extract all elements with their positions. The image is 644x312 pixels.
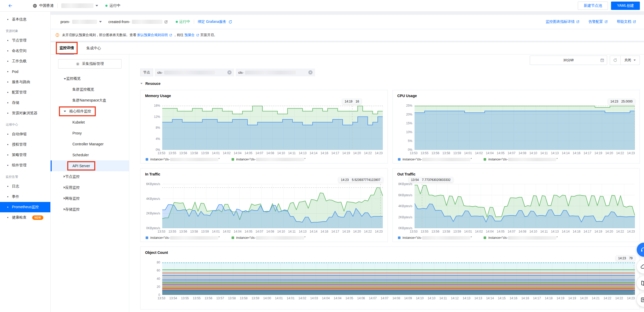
menu-group-网络监控[interactable]: 网络监控	[51, 193, 129, 204]
x-axis-label: 14:19	[568, 296, 576, 300]
y-axis-label: 16%	[145, 104, 160, 107]
legend-item[interactable]: instance="cls-"	[398, 158, 472, 161]
sidebar-item-资源对象浏览器[interactable]: 资源对象浏览器	[0, 108, 50, 118]
sidebar-item-日志[interactable]: 日志	[0, 181, 50, 192]
node-tag[interactable]: cls- ✕	[236, 69, 315, 76]
sidebar-item-组件管理[interactable]: 组件管理	[0, 160, 50, 171]
legend-item[interactable]: instance="cls-"	[146, 158, 220, 161]
x-axis-label: 13:53	[158, 296, 165, 300]
menu-group-节点监控[interactable]: 节点监控	[51, 171, 129, 182]
menu-item-Proxy[interactable]: Proxy	[51, 128, 129, 139]
legend-item[interactable]: instance="cls-"	[484, 236, 558, 240]
legend-item[interactable]: instance="cls-"	[146, 236, 220, 240]
preagg-page-link[interactable]: 预聚合	[185, 33, 199, 37]
notice-text-middle: ，前往	[173, 33, 184, 37]
metric-detail-link[interactable]: 监控图表指标详情	[546, 19, 580, 24]
x-axis-label: 14:00	[263, 296, 271, 300]
legend-item[interactable]: instance="cls-"	[232, 158, 306, 161]
sidebar-item-命名空间[interactable]: 命名空间	[0, 46, 50, 56]
yaml-create-button[interactable]: YAML创建	[611, 2, 640, 10]
sidebar-item-节点管理[interactable]: 节点管理	[0, 35, 50, 46]
y-axis-label: 6KBytes/s	[397, 193, 412, 197]
x-axis-label: 14:02	[475, 151, 483, 155]
tab-integration-center[interactable]: 集成中心	[86, 42, 101, 54]
remove-tag-icon[interactable]: ✕	[308, 70, 313, 74]
sidebar-item-pod[interactable]: Pod	[0, 66, 50, 77]
node-tag[interactable]: cls- ✕	[155, 69, 234, 76]
x-axis-label: 14:01	[275, 296, 283, 300]
collect-metric-manage-button[interactable]: 采集指标管理	[58, 59, 121, 69]
x-axis-label: 14:13	[463, 296, 470, 300]
x-axis-label: 14:16	[521, 296, 529, 300]
chart-tooltip-cpu-usage: 14:2325.0000	[608, 99, 635, 104]
menu-group-应用监控[interactable]: 应用监控	[51, 182, 129, 193]
menu-item-label: 集群监控概览	[72, 87, 94, 92]
sidebar-item-存储[interactable]: 存储	[0, 98, 50, 108]
chevron-down-icon[interactable]	[96, 5, 98, 6]
sidebar-item-事件[interactable]: 事件	[0, 192, 50, 202]
x-axis-label: 14:05	[497, 230, 505, 233]
menu-item-Kubelet[interactable]: Kubelet	[51, 117, 129, 128]
legend-suffix: "	[304, 158, 306, 161]
menu-group-inner: 应用监控	[64, 185, 80, 190]
sidebar-item-配置管理[interactable]: 配置管理	[0, 87, 50, 98]
menu-group-核心组件监控[interactable]: 核心组件监控	[51, 106, 129, 117]
x-axis-label: 14:20	[353, 151, 361, 155]
x-axis-label: 14:13	[299, 151, 307, 155]
created-from-link[interactable]: created-from-	[109, 20, 168, 24]
bind-grafana-link[interactable]: 绑定 Grafana服务	[198, 19, 232, 24]
refresh-icon[interactable]	[228, 20, 232, 24]
sidebar-item-label: 基本信息	[12, 17, 26, 22]
sidebar-item-prometheus监控[interactable]: Prometheus监控	[0, 202, 50, 212]
sidebar-item-基本信息[interactable]: 基本信息	[0, 14, 50, 25]
sidebar-item-策略管理[interactable]: 策略管理	[0, 150, 50, 160]
menu-item-集群监控概览[interactable]: 集群监控概览	[51, 84, 129, 95]
sidebar-item-健康检查[interactable]: 健康检查NEW	[0, 212, 50, 223]
bullet-icon	[7, 165, 8, 166]
sidebar-item-授权管理[interactable]: 授权管理	[0, 139, 50, 150]
help-doc-link[interactable]: 帮助文档	[617, 19, 636, 24]
menu-item-Scheduler[interactable]: Scheduler	[51, 150, 129, 160]
menu-item-Controller Manager[interactable]: Controller Manager	[51, 139, 129, 150]
sidebar-item-服务与路由[interactable]: 服务与路由	[0, 77, 50, 87]
time-range-select[interactable]: 30分钟	[530, 56, 607, 65]
back-icon[interactable]	[5, 3, 16, 8]
tooltip-value: 7.773763020833332	[422, 178, 451, 182]
chevron-down-icon	[634, 60, 636, 61]
x-axis-label: 14:08	[519, 230, 526, 233]
resource-section-header[interactable]: Resouce	[140, 82, 640, 86]
legend-item[interactable]: instance="cls-"	[232, 236, 306, 240]
refresh-button[interactable]	[610, 56, 621, 65]
menu-item-label: Proxy	[72, 131, 82, 135]
auto-refresh-toggle[interactable]: 关闭	[621, 58, 640, 63]
new-node-pool-button[interactable]: 新建节点池	[578, 2, 608, 10]
sidebar-item-label: 健康检查	[12, 215, 26, 220]
menu-item-API Server[interactable]: API Server	[51, 160, 129, 171]
y-axis-label: 2KBytes/s	[145, 212, 160, 215]
node-filter-row: 节点 cls- ✕ cls- ✕	[140, 69, 640, 76]
legend-prefix: instance="cls-	[488, 158, 508, 161]
menu-group-存储监控[interactable]: 存储监控	[51, 204, 129, 215]
y-axis-label: 0%	[145, 148, 160, 152]
preagg-rule-link[interactable]: 默认预聚合规则说明	[137, 33, 172, 37]
sidebar-section-label: 监控告警	[0, 171, 50, 181]
sidebar-item-自动伸缩[interactable]: 自动伸缩	[0, 129, 50, 139]
x-axis-label: 14:17	[584, 151, 591, 155]
remove-tag-icon[interactable]: ✕	[227, 70, 232, 74]
alarm-config-link[interactable]: 告警配置	[588, 19, 608, 24]
legend-suffix: "	[557, 158, 558, 161]
x-axis-label: 14:07	[508, 151, 516, 155]
chart-card-in-traffic: In Traffic0KBytes/s2KBytes/s4KBytes/s6KB…	[140, 168, 388, 242]
tooltip-value: 16	[356, 100, 359, 103]
menu-item-集群Namespace大盘[interactable]: 集群Namespace大盘	[51, 95, 129, 106]
time-range-value: 30分钟	[563, 58, 574, 63]
legend-item[interactable]: instance="cls-"	[484, 158, 558, 161]
cluster-name-redacted[interactable]	[61, 3, 93, 8]
menu-group-监控概览[interactable]: 监控概览	[51, 73, 129, 84]
prometheus-instance-select[interactable]: prom-	[60, 20, 102, 24]
region-label[interactable]: 中国香港	[39, 3, 54, 8]
x-axis-label: 14:07	[381, 296, 388, 300]
sidebar-item-工作负载[interactable]: 工作负载	[0, 56, 50, 66]
legend-item[interactable]: instance="cls-"	[398, 236, 472, 240]
tab-monitor-detail[interactable]: 监控详情	[59, 42, 74, 55]
